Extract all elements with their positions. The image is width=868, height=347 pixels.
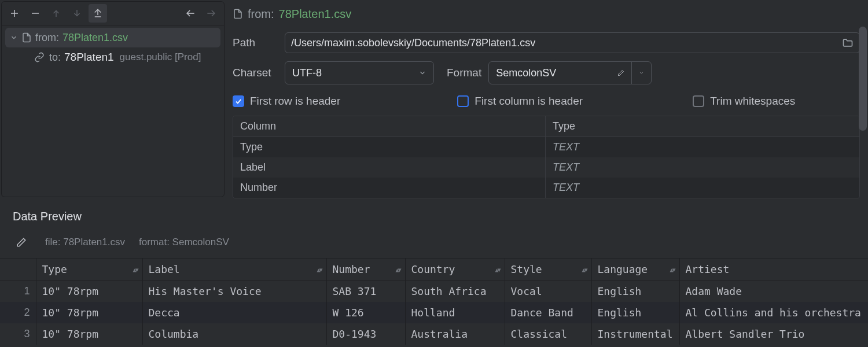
checkbox-checked-icon [233, 95, 244, 107]
col-header[interactable]: Number▲▼ [326, 259, 405, 280]
col-header-type[interactable]: Type [546, 116, 859, 137]
chevron-down-icon [639, 69, 644, 77]
row-number-header [0, 259, 36, 280]
pencil-icon[interactable] [617, 68, 624, 78]
first-col-header-checkbox[interactable]: First column is header [457, 95, 583, 108]
scrollbar[interactable] [859, 27, 867, 131]
link-icon [34, 52, 45, 62]
first-col-label: First column is header [475, 95, 583, 108]
move-down-icon [68, 4, 86, 23]
preview-file-label: file: 78Platen1.csv [45, 237, 125, 248]
folder-icon[interactable] [842, 37, 854, 49]
trim-label: Trim whitespaces [710, 95, 795, 108]
data-preview-title: Data Preview [0, 198, 868, 229]
col-header-column[interactable]: Column [233, 116, 546, 137]
col-header[interactable]: Artiest [679, 259, 868, 280]
forward-icon [202, 4, 220, 23]
chevron-down-icon [418, 69, 426, 77]
breadcrumb: from: 78Platen1.csv [233, 3, 860, 24]
file-icon [21, 32, 32, 43]
tree-source-row[interactable]: from: 78Platen1.csv [5, 28, 220, 47]
table-row[interactable]: Type TEXT [233, 137, 859, 157]
to-target: 78Platen1 [64, 51, 114, 64]
sort-icon: ▲▼ [133, 266, 137, 272]
preview-format-label: format: SemcolonSV [139, 237, 229, 248]
from-filename: 78Platen1.csv [62, 32, 128, 44]
col-header[interactable]: Label▲▼ [142, 259, 326, 280]
columns-table: Column Type Type TEXT Label TEXT Number … [233, 116, 860, 198]
format-value: SemcolonSV [496, 67, 556, 79]
remove-icon[interactable] [26, 4, 45, 23]
format-select[interactable]: SemcolonSV [488, 61, 652, 84]
col-header[interactable]: Language▲▼ [591, 259, 679, 280]
table-row[interactable]: Label TEXT [233, 157, 859, 178]
checkbox-unchecked-icon [693, 95, 704, 107]
tree-toolbar [2, 2, 224, 25]
row-number: 1 [0, 280, 36, 302]
from-prefix: from: [35, 32, 59, 44]
charset-select[interactable]: UTF-8 [285, 61, 434, 84]
chevron-down-icon [10, 34, 18, 42]
source-tree-panel: from: 78Platen1.csv to: 78Platen1 guest.… [1, 1, 225, 197]
table-row[interactable]: 2 10" 78rpm Decca W 126 Holland Dance Ba… [0, 302, 868, 323]
crumb-prefix: from: [248, 8, 274, 21]
crumb-file: 78Platen1.csv [279, 8, 352, 21]
col-header[interactable]: Type▲▼ [36, 259, 142, 280]
trim-whitespace-checkbox[interactable]: Trim whitespaces [693, 95, 795, 108]
to-prefix: to: [49, 51, 61, 64]
back-icon[interactable] [181, 4, 200, 23]
preview-info-bar: file: 78Platen1.csv format: SemcolonSV [0, 229, 868, 258]
path-value: /Users/maxim.sobolevskiy/Documents/78Pla… [291, 37, 535, 49]
path-label: Path [233, 36, 278, 49]
sort-icon: ▲▼ [317, 266, 321, 272]
first-row-label: First row is header [250, 95, 340, 108]
sort-icon: ▲▼ [582, 266, 586, 272]
col-header[interactable]: Style▲▼ [505, 259, 591, 280]
add-icon[interactable] [5, 4, 24, 23]
edit-preview-button[interactable] [12, 232, 31, 252]
table-row[interactable]: 3 10" 78rpm Columbia D0-1943 Australia C… [0, 323, 868, 345]
config-panel: from: 78Platen1.csv Path /Users/maxim.so… [226, 0, 868, 198]
pencil-icon [16, 237, 27, 248]
format-dropdown[interactable] [631, 62, 651, 84]
move-up-icon [47, 4, 65, 23]
sort-icon: ▲▼ [395, 266, 400, 272]
charset-value: UTF-8 [292, 67, 322, 79]
table-row[interactable]: Number TEXT [233, 178, 859, 198]
checkbox-unchecked-icon [457, 95, 469, 107]
data-preview-grid: Type▲▼ Label▲▼ Number▲▼ Country▲▼ Style▲… [0, 258, 868, 345]
charset-label: Charset [233, 67, 278, 79]
tree-target-row[interactable]: to: 78Platen1 guest.public [Prod] [5, 47, 220, 67]
sort-icon: ▲▼ [670, 266, 674, 272]
file-icon [233, 9, 243, 19]
first-row-header-checkbox[interactable]: First row is header [233, 95, 340, 108]
format-label: Format [447, 67, 481, 79]
table-row[interactable]: 1 10" 78rpm His Master's Voice SAB 371 S… [0, 280, 868, 302]
row-number: 3 [0, 323, 36, 345]
import-icon[interactable] [89, 4, 107, 23]
col-header[interactable]: Country▲▼ [405, 259, 505, 280]
row-number: 2 [0, 302, 36, 323]
to-schema: guest.public [Prod] [120, 51, 201, 63]
path-input[interactable]: /Users/maxim.sobolevskiy/Documents/78Pla… [285, 32, 860, 53]
sort-icon: ▲▼ [495, 266, 499, 272]
